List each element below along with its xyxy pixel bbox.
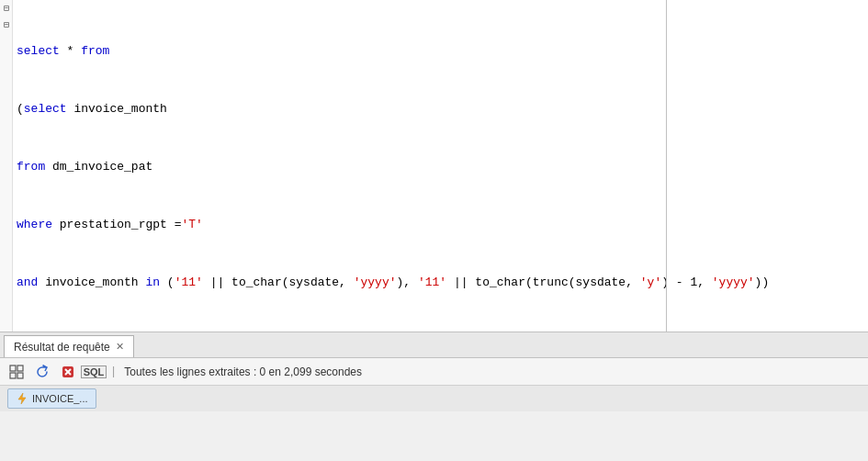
editor-container: ⊟ ⊟ select * from (select invoice_month …	[0, 0, 868, 332]
gutter-6	[0, 83, 13, 99]
gutter-collapse-2[interactable]: ⊟	[0, 17, 13, 33]
thunder-icon	[16, 392, 28, 405]
status-separator: |	[110, 365, 117, 378]
status-message: Toutes les lignes extraites : 0 en 2,099…	[124, 365, 362, 378]
result-tab[interactable]: Résultat de requête ✕	[4, 335, 134, 357]
svg-rect-1	[17, 365, 23, 371]
code-area[interactable]: select * from (select invoice_month from…	[13, 0, 868, 332]
result-tab-close[interactable]: ✕	[116, 342, 124, 352]
svg-rect-0	[10, 365, 16, 371]
grid-icon[interactable]	[7, 363, 26, 381]
tabs-bar: Résultat de requête ✕	[0, 332, 868, 358]
gutter-4	[0, 50, 13, 66]
status-bar: SQL | Toutes les lignes extraites : 0 en…	[0, 358, 868, 386]
grid-svg	[9, 365, 24, 379]
invoice-item[interactable]: INVOICE_...	[7, 388, 96, 409]
code-line-3: from dm_invoice_pat	[13, 159, 868, 175]
line-gutter: ⊟ ⊟	[0, 0, 13, 332]
items-bar: INVOICE_...	[0, 386, 868, 411]
vertical-divider	[666, 0, 667, 332]
editor-wrapper: ⊟ ⊟ select * from (select invoice_month …	[0, 0, 868, 332]
code-line-4: where prestation_rgpt ='T'	[13, 217, 868, 233]
result-tab-label: Résultat de requête	[14, 341, 110, 354]
code-line-2: (select invoice_month	[13, 101, 868, 118]
refresh-svg	[35, 365, 50, 379]
stop-icon[interactable]	[59, 363, 77, 381]
gutter-8	[0, 116, 13, 132]
code-line-5: and invoice_month in ('11' || to_char(sy…	[13, 275, 868, 291]
svg-rect-2	[10, 373, 16, 378]
gutter-3	[0, 33, 13, 50]
code-line-1: select * from	[13, 43, 868, 60]
gutter-5	[0, 66, 13, 83]
svg-marker-7	[18, 393, 26, 404]
sql-label-box[interactable]: SQL	[85, 363, 103, 381]
svg-rect-3	[17, 373, 23, 378]
gutter-7	[0, 99, 13, 116]
gutter-collapse-1[interactable]: ⊟	[0, 0, 13, 17]
stop-svg	[61, 365, 75, 379]
refresh-icon[interactable]	[33, 363, 51, 381]
invoice-label: INVOICE_...	[32, 393, 88, 404]
sql-label-text: SQL	[81, 365, 107, 378]
